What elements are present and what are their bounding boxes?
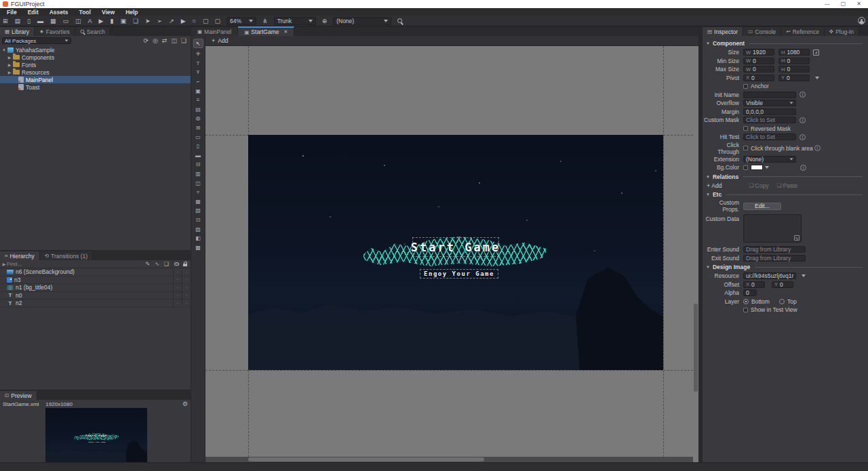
progressbar-tool-icon[interactable]: ▬ [191, 151, 205, 161]
tab-console[interactable]: ▭ Console [743, 27, 781, 36]
maximize-button[interactable]: ▢ [841, 0, 846, 8]
init-name-field[interactable] [743, 91, 796, 98]
min-height-field[interactable]: H0 [778, 58, 810, 64]
visibility-toggle[interactable]: · [173, 284, 182, 291]
hit-test-field[interactable]: Click to Set [743, 134, 796, 140]
paste-relations-button[interactable]: Paste [783, 182, 798, 189]
visibility-toggle[interactable]: · [173, 292, 182, 300]
relation-icon[interactable]: ∿ [155, 261, 159, 267]
hierarchy-row-n2[interactable]: T n2 · · [0, 300, 191, 308]
tab-transitions[interactable]: ⟲ Transitions (1) [40, 251, 93, 260]
reversed-mask-checkbox[interactable] [743, 126, 748, 131]
export-icon[interactable]: ↗ [169, 16, 174, 26]
chevron-down-icon[interactable] [765, 166, 769, 169]
custom-data-textarea[interactable]: ✎ [743, 214, 802, 243]
max-width-field[interactable]: W0 [743, 66, 774, 73]
tab-library[interactable]: ▦ Library [0, 27, 35, 36]
component-stage[interactable]: Start Game Engoy Your Game [248, 135, 663, 370]
copy-icon[interactable]: ❏ [164, 261, 169, 267]
pivot-x-field[interactable]: X0 [743, 75, 774, 81]
doc-tab-mainpanel[interactable]: ▣ MainPanel [191, 27, 238, 36]
layer-top-radio[interactable] [779, 299, 785, 304]
info-icon[interactable] [800, 165, 806, 171]
close-tab-icon[interactable]: ✕ [283, 29, 288, 35]
layer-bottom-radio[interactable] [743, 299, 749, 304]
chevron-right-icon[interactable]: ▶ [1, 262, 7, 266]
hierarchy-row-n3[interactable]: n3 · · [0, 277, 191, 285]
visibility-toggle[interactable]: · [173, 268, 182, 276]
title-text-object[interactable]: Start Game [412, 237, 499, 257]
import-sound-icon[interactable]: ▬ [37, 16, 43, 26]
enter-sound-field[interactable]: Drag from Library [743, 246, 806, 253]
min-width-field[interactable]: W0 [743, 58, 774, 64]
cursor-tool-icon[interactable]: ↖ [193, 39, 203, 48]
tree-item-mainpanel[interactable]: MainPanel [0, 76, 191, 83]
tab-favorites[interactable]: ★ Favorties [35, 27, 75, 36]
section-design-image[interactable]: ▼ Design Image [704, 262, 865, 272]
compare-icon[interactable]: ⇄ [162, 37, 167, 45]
show-test-view-checkbox[interactable] [743, 308, 748, 312]
offset-y-field[interactable]: Y0 [772, 281, 793, 288]
info-icon[interactable] [800, 91, 806, 98]
split-view-icon[interactable]: ◫ [171, 37, 177, 45]
edit-icon[interactable]: ✎ [145, 261, 150, 267]
minimize-button[interactable]: — [825, 0, 830, 8]
edit-icon[interactable]: ✎ [794, 235, 800, 241]
hierarchy-row-n0[interactable]: T n0 · · [0, 292, 191, 300]
margin-field[interactable]: 0,0,0,0 [743, 108, 796, 115]
offset-x-field[interactable]: X0 [743, 281, 765, 288]
anchor-checkbox[interactable] [743, 84, 748, 89]
close-button[interactable]: ✕ [856, 0, 861, 8]
info-icon[interactable] [800, 134, 806, 140]
richtext-tool-icon[interactable]: Ŧ [191, 68, 205, 77]
tree-item-folder-fonts[interactable]: ▶ Fonts [0, 61, 191, 68]
package-settings-icon[interactable]: ▮ [111, 16, 114, 26]
tab-reference[interactable]: ↩ Reference [781, 27, 825, 36]
tree-item-toast[interactable]: Toast [0, 83, 191, 91]
chevron-right-icon[interactable]: ▶ [7, 55, 12, 60]
copy-relations-button[interactable]: Copy [755, 182, 769, 189]
account-icon[interactable] [858, 17, 865, 24]
import-image-icon[interactable]: ▯ [27, 16, 31, 26]
overflow-select[interactable]: Visible [743, 100, 796, 106]
slider-tool-icon[interactable]: ⊟ [191, 160, 205, 169]
menu-help[interactable]: Help [125, 9, 138, 16]
chevron-down-icon[interactable] [815, 77, 819, 79]
zoom-select[interactable]: 64% [226, 17, 256, 25]
add-relation-button[interactable]: Add [711, 182, 722, 189]
hierarchy-row-n1[interactable]: n1 (bg_title04) · · [0, 284, 191, 292]
gear-icon[interactable]: ⚙ [182, 401, 188, 407]
tree-item-folder-components[interactable]: ▶ Components [0, 54, 191, 61]
subtitle-text-object[interactable]: Engoy Your Game [420, 269, 498, 279]
lock-toggle[interactable]: · [182, 300, 191, 307]
pivot-y-field[interactable]: Y0 [778, 75, 810, 81]
size-width-field[interactable]: W1920 [743, 49, 774, 56]
visibility-toggle[interactable]: · [173, 277, 182, 284]
list-tool-icon[interactable]: ≡ [191, 96, 205, 105]
lock-toggle[interactable]: · [182, 284, 191, 291]
loader-tool-icon[interactable]: ▤ [191, 105, 205, 115]
find-input[interactable] [7, 261, 145, 267]
swf-tool-icon[interactable]: ⊡ [191, 216, 205, 225]
save-all-icon[interactable]: ❏ [133, 16, 138, 26]
horizontal-scrollbar[interactable] [205, 457, 693, 462]
bg-color-checkbox[interactable] [743, 165, 748, 170]
button-tool-icon[interactable]: ▭ [191, 132, 205, 142]
create-loader-icon[interactable]: ▶ [99, 16, 104, 26]
new-component-icon[interactable]: ▤ [15, 16, 21, 26]
package-filter-select[interactable]: All Packages [2, 37, 71, 44]
size-height-field[interactable]: H1080 [778, 49, 810, 56]
chevron-right-icon[interactable]: ▶ [7, 62, 12, 67]
lock-column-header[interactable] [180, 260, 189, 268]
hand-tool-icon[interactable]: ✛ [191, 49, 205, 59]
custom-mask-field[interactable]: Click to Set [743, 117, 796, 123]
visibility-column-header[interactable] [172, 260, 180, 268]
chevron-down-icon[interactable] [802, 274, 806, 277]
menu-assets[interactable]: Assets [50, 9, 68, 16]
menu-file[interactable]: File [7, 9, 17, 16]
tree-item-package[interactable]: ▼ YahahaSample [0, 46, 191, 54]
graph-tool-icon[interactable]: ⌐ [191, 77, 205, 87]
info-icon[interactable] [800, 117, 806, 123]
new-package-icon[interactable]: ⊞ [3, 16, 8, 26]
click-through-checkbox[interactable] [743, 146, 748, 150]
